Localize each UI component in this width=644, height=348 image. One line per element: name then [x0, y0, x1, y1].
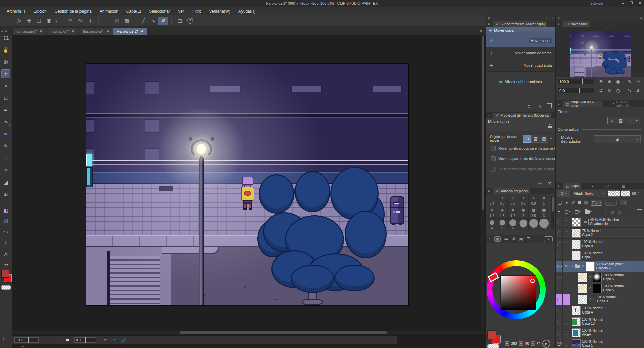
nav-zoom-in-icon[interactable]: ⊕ — [605, 79, 614, 84]
target-grid-button[interactable]: ▦ — [540, 135, 548, 143]
menu-archivo-f[interactable]: Archivo(F) — [3, 7, 29, 15]
zoom-out-button[interactable]: – — [45, 338, 54, 342]
stroke-view-icon[interactable]: ⇵ — [512, 237, 516, 241]
color-history-button[interactable]: ▶ — [542, 340, 550, 348]
nav-rotate-reset-icon[interactable]: ◷ — [614, 88, 622, 93]
layer-visibility-cell[interactable] — [556, 217, 563, 227]
zoom-in-button[interactable]: + — [54, 338, 63, 342]
redo-icon[interactable]: ↷ — [75, 17, 85, 25]
restore-defaults-icon[interactable]: ◷ — [538, 181, 542, 186]
layer-main-cell[interactable]: ▨49 % MultiplicaciónCuadros tiles — [570, 217, 644, 227]
palette-color-select[interactable]: ▢∨ — [557, 190, 570, 197]
brush-size-2[interactable]: 2 — [518, 206, 528, 218]
canvas-zoom-slider[interactable]: 100.0 — [14, 337, 39, 343]
blend-tool[interactable]: ≋ — [1, 190, 10, 199]
pencil-tool[interactable]: ✏ — [1, 130, 10, 139]
timeline-tab[interactable]: ▦ — [619, 183, 628, 189]
eye-icon[interactable] — [557, 265, 562, 268]
folder-chevron-icon[interactable]: ∨ — [572, 265, 574, 268]
brush-size-4[interactable]: 4 — [487, 218, 497, 230]
brush-size-8[interactable]: 8 — [528, 218, 539, 230]
layer-edit-cell[interactable] — [563, 250, 570, 261]
layer-main-cell[interactable]: ✓100 % NormalCapa 5 — [570, 272, 644, 283]
vertical-scrollbar-thumb[interactable] — [482, 36, 484, 210]
filmstrip-view-icon[interactable]: ▤ — [519, 237, 523, 241]
reference-layer-icon[interactable]: ✦ — [565, 200, 569, 205]
brush-size-1.5[interactable]: 1.5 — [497, 206, 507, 218]
layer-main-cell[interactable]: ∨✓50 % Añadir (brillo)Carpeta 2 — [570, 261, 644, 272]
dock-menu-icon[interactable]: ≡ — [488, 16, 490, 20]
layer-mask-icon[interactable]: ◙ — [611, 210, 614, 215]
gradient-tool[interactable]: ▧ — [1, 216, 10, 225]
ruler-range-button[interactable]: ◺✕∨ — [605, 200, 617, 206]
line-correction-tool[interactable]: ↝ — [1, 260, 10, 269]
menu-ayuda-h[interactable]: Ayuda(H) — [234, 7, 259, 15]
layer-thumbnail[interactable] — [586, 262, 595, 271]
auto-select-tool[interactable]: ✳ — [1, 81, 10, 90]
layer-visibility-cell[interactable] — [556, 283, 563, 294]
transparent-swatch[interactable] — [487, 344, 499, 348]
nav-fit-window-icon[interactable]: ⇱ — [625, 79, 634, 84]
layer-visibility-cell[interactable] — [556, 239, 563, 250]
zoom-tool[interactable] — [1, 33, 10, 42]
layer-thumbnail[interactable] — [572, 328, 581, 337]
history-tab[interactable]: ↩ — [603, 183, 611, 189]
layer-mask-thumbnail[interactable] — [593, 273, 602, 282]
nav-actual-size-icon[interactable]: ⇲ — [634, 79, 642, 84]
nav-rotate-right-icon[interactable]: ↻ — [605, 88, 614, 93]
checkbox[interactable] — [491, 146, 496, 151]
layer-row-cuadros-tiles[interactable]: ▨49 % MultiplicaciónCuadros tiles — [556, 217, 644, 228]
menu-filtro[interactable]: Filtro — [188, 7, 205, 15]
wrench-icon[interactable]: ⚒ — [548, 181, 552, 186]
navigator-zoom-slider[interactable]: 100.0 — [558, 79, 594, 84]
dock-arrows[interactable]: › » « — [546, 16, 553, 20]
layer-mask-thumbnail[interactable] — [593, 284, 602, 293]
layer-row-capa-7[interactable]: 100 % NormalCapa 7 — [556, 250, 644, 261]
layer-visibility-cell[interactable] — [556, 305, 563, 316]
layer-thumbnail[interactable] — [572, 317, 581, 326]
undo-icon[interactable]: ↶ — [65, 17, 75, 25]
circle-view-icon[interactable]: ◉ — [494, 236, 500, 242]
layer-edit-cell[interactable] — [563, 239, 570, 250]
nav-flip-vertical-icon[interactable]: ⇵ — [634, 88, 642, 93]
layer-row-area[interactable]: 100 % NormalAREA — [556, 327, 644, 338]
eye-icon[interactable] — [557, 342, 562, 346]
layer-row-capa-4[interactable]: 100 % NormalCapa 4 — [556, 305, 644, 316]
panel-menu-icon[interactable]: ≡ — [488, 114, 490, 117]
duplicate-subtool-icon[interactable]: ⊞ — [537, 104, 541, 109]
layer-main-cell[interactable]: 75 % NormalCapa 2 — [570, 228, 644, 238]
rotation-reset-button[interactable]: ◷ — [119, 338, 128, 342]
brush-size-10[interactable]: 10 — [539, 218, 549, 230]
new-canvas-icon[interactable]: ✚ — [24, 17, 34, 25]
layer-edit-cell[interactable]: ✎ — [563, 261, 570, 272]
target-tone-button[interactable]: ▨ — [531, 135, 540, 143]
nav-zoom-out-icon[interactable]: ⊖ — [597, 79, 605, 84]
layer-color-button[interactable]: ■∨ — [620, 200, 628, 205]
navigator-thumbnail[interactable] — [570, 31, 631, 77]
brush-tool[interactable]: ✎ — [1, 142, 10, 151]
straight-line-icon[interactable]: ╱ — [138, 17, 148, 25]
lock-transparent-icon[interactable] — [584, 201, 588, 204]
layer-row-capa-5[interactable]: ✓100 % NormalCapa 5 — [556, 283, 644, 294]
panel-menu-icon[interactable]: ≡ — [558, 22, 559, 26]
materials-icon[interactable]: ▤ — [175, 17, 185, 25]
chevron-down-icon[interactable]: ∨ — [634, 117, 640, 124]
layer-visibility-cell[interactable] — [556, 250, 563, 261]
apply-mask-icon[interactable]: ◘ — [618, 210, 621, 215]
eyedropper-tool[interactable]: ✒ — [1, 106, 10, 115]
add-subtool-button[interactable]: ⊕Añadir subherramienta — [486, 76, 555, 87]
brush-size-2.5[interactable]: 2.5 — [528, 206, 539, 218]
layer-thumbnail[interactable] — [578, 284, 587, 293]
invert-selection-icon[interactable]: ◩ — [112, 17, 122, 25]
snap-pen-icon[interactable]: ✐ — [158, 17, 168, 25]
document-tab-sprite5-png[interactable]: sprite5.png* — [13, 28, 46, 35]
layer-row-carpeta-2[interactable]: ✎∨✓50 % Añadir (brillo)Carpeta 2 — [556, 261, 644, 272]
horizontal-scrollbar[interactable] — [12, 331, 486, 334]
layer-visibility-cell[interactable] — [556, 338, 563, 348]
panel-menu-icon[interactable]: ≡ — [488, 189, 490, 193]
minimize-button[interactable]: – — [622, 1, 624, 5]
folder-view-icon[interactable]: ❒ — [527, 237, 530, 241]
layer-row-capa-8[interactable]: 100 % NormalCapa 8 — [556, 239, 644, 250]
menu-gesti-n-de-la-p-gina[interactable]: Gestión de la página — [51, 7, 96, 15]
pen-tool[interactable]: ✑1 — [1, 118, 10, 127]
